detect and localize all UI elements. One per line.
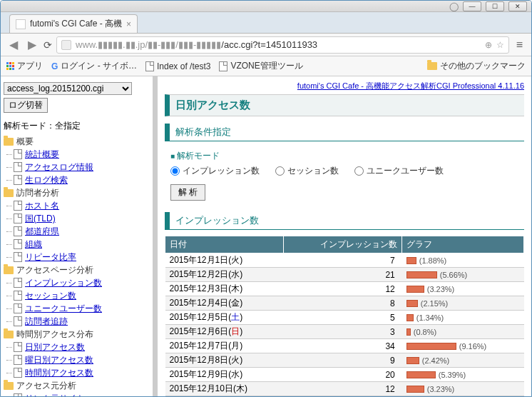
bar-icon xyxy=(406,386,424,393)
bookmark-index[interactable]: Index of /test3 xyxy=(145,61,210,71)
tree-group[interactable]: アクセスページ分析 xyxy=(4,263,150,276)
cell-date: 2015年12月8日(火) xyxy=(165,353,284,368)
main-panel: futomi's CGI Cafe - 高機能アクセス解析CGI Profess… xyxy=(158,76,531,397)
cell-count: 5 xyxy=(284,311,402,325)
cell-date: 2015年12月4日(金) xyxy=(165,296,284,311)
tab-close-icon[interactable]: × xyxy=(126,19,131,29)
analyze-button[interactable]: 解 析 xyxy=(170,184,205,201)
page-icon xyxy=(14,291,22,301)
tree-item-link[interactable]: リンク元サイト xyxy=(25,392,85,397)
bookmark-vzone[interactable]: VZONE管理ツール xyxy=(219,60,302,72)
reload-button[interactable]: ⟳ xyxy=(44,39,52,51)
tree-item-link[interactable]: ユニークユーザー数 xyxy=(25,302,102,315)
tree-item[interactable]: 日別アクセス数 xyxy=(4,341,150,353)
tab-title: futomi's CGI Cafe - 高機 xyxy=(30,18,122,30)
tree-item-link[interactable]: 生ログ検索 xyxy=(25,174,68,186)
tree-item-link[interactable]: 組織 xyxy=(25,238,42,251)
tree-item[interactable]: 都道府県 xyxy=(4,225,150,238)
maximize-button[interactable]: ☐ xyxy=(486,1,504,11)
radio-sessions-input[interactable] xyxy=(275,166,285,176)
tree-item[interactable]: アクセスログ情報 xyxy=(4,161,150,174)
radio-unique-input[interactable] xyxy=(354,166,364,176)
tree-item-link[interactable]: 訪問者追跡 xyxy=(25,315,68,328)
tree-group[interactable]: 訪問者分析 xyxy=(4,186,150,199)
tree-item-link[interactable]: ホスト名 xyxy=(25,199,59,212)
radio-label: インプレッション数 xyxy=(183,165,260,177)
page-icon xyxy=(14,342,22,352)
nav-tree: 概要統計概要アクセスログ情報生ログ検索訪問者分析ホスト名国(TLD)都道府県組織… xyxy=(4,135,150,397)
col-date: 日付 xyxy=(165,236,284,253)
radio-impressions-input[interactable] xyxy=(170,166,180,176)
cell-graph: (5.66%) xyxy=(402,268,524,282)
cell-date: 2015年12月3日(木) xyxy=(165,282,284,296)
page-icon xyxy=(14,239,22,249)
page-icon xyxy=(14,252,22,262)
cell-date: 2015年12月2日(水) xyxy=(165,268,284,282)
cell-pct: (1.88%) xyxy=(419,256,447,265)
user-avatar-icon[interactable]: ◯ xyxy=(449,1,459,11)
cell-graph: (0.8%) xyxy=(402,325,524,339)
browser-tab[interactable]: futomi's CGI Cafe - 高機 × xyxy=(9,14,138,33)
tree-item-link[interactable]: セッション数 xyxy=(25,289,76,302)
bookmark-login[interactable]: Gログイン - サイボ… xyxy=(51,60,137,72)
browser-toolbar: ◀ ▶ ⟳ www.▮▮▮▮▮.▮▮.jp/▮▮-▮▮▮/▮▮▮-▮▮▮▮▮/a… xyxy=(1,34,531,56)
cell-date: 2015年12月7日(月) xyxy=(165,339,284,353)
bookmark-label: Index of /test3 xyxy=(157,61,210,71)
radio-sessions[interactable]: セッション数 xyxy=(275,165,339,177)
tree-item-link[interactable]: リピータ比率 xyxy=(25,251,76,263)
apps-shortcut[interactable]: アプリ xyxy=(6,60,43,72)
tree-item[interactable]: ユニークユーザー数 xyxy=(4,302,150,315)
tree-item[interactable]: セッション数 xyxy=(4,289,150,302)
log-switch-button[interactable]: ログ切替 xyxy=(4,98,48,113)
reader-icon[interactable]: ⊕ xyxy=(485,40,492,50)
cell-graph: (2.15%) xyxy=(402,296,524,311)
tree-item[interactable]: リピータ比率 xyxy=(4,251,150,263)
page-title: 日別アクセス数 xyxy=(165,94,524,116)
tree-item-link[interactable]: インプレッション数 xyxy=(25,276,102,289)
tree-item-link[interactable]: 国(TLD) xyxy=(25,212,56,225)
folder-icon xyxy=(4,331,14,338)
address-bar[interactable]: www.▮▮▮▮▮.▮▮.jp/▮▮-▮▮▮/▮▮▮-▮▮▮▮▮/acc.cgi… xyxy=(56,36,509,54)
page-icon xyxy=(14,226,22,236)
tree-group[interactable]: 概要 xyxy=(4,135,150,148)
tree-item[interactable]: 生ログ検索 xyxy=(4,174,150,186)
cell-graph: (3.23%) xyxy=(402,282,524,296)
tree-item[interactable]: 時間別アクセス数 xyxy=(4,366,150,379)
tree-item[interactable]: 曜日別アクセス数 xyxy=(4,353,150,366)
tree-item-link[interactable]: 統計概要 xyxy=(25,148,59,161)
apps-grid-icon xyxy=(6,62,14,70)
cell-count: 3 xyxy=(284,325,402,339)
tree-item[interactable]: 国(TLD) xyxy=(4,212,150,225)
table-row: 2015年12月3日(木)12(3.23%) xyxy=(165,282,524,296)
tree-item[interactable]: インプレッション数 xyxy=(4,276,150,289)
page-icon xyxy=(14,368,22,378)
page-icon xyxy=(14,316,22,326)
tree-item[interactable]: 統計概要 xyxy=(4,148,150,161)
tree-item-link[interactable]: 日別アクセス数 xyxy=(25,341,85,353)
tree-item-link[interactable]: アクセスログ情報 xyxy=(25,161,93,174)
bookmark-star-icon[interactable]: ☆ xyxy=(496,40,504,50)
tree-item[interactable]: ホスト名 xyxy=(4,199,150,212)
tree-item[interactable]: 訪問者追跡 xyxy=(4,315,150,328)
chrome-menu-button[interactable]: ≡ xyxy=(513,39,526,51)
page-icon xyxy=(14,175,22,185)
tree-item[interactable]: 組織 xyxy=(4,238,150,251)
tree-item-link[interactable]: 時間別アクセス数 xyxy=(25,366,93,379)
page-icon xyxy=(14,213,22,223)
credit-link[interactable]: futomi's CGI Cafe - 高機能アクセス解析CGI Profess… xyxy=(297,81,524,90)
close-window-button[interactable]: ✕ xyxy=(508,1,527,11)
forward-button[interactable]: ▶ xyxy=(25,38,39,51)
minimize-button[interactable]: — xyxy=(463,1,481,11)
tree-item[interactable]: リンク元サイト xyxy=(4,392,150,397)
tree-item-link[interactable]: 曜日別アクセス数 xyxy=(25,353,93,366)
tree-group-label: 時間別アクセス分布 xyxy=(16,328,93,341)
radio-impressions[interactable]: インプレッション数 xyxy=(170,165,260,177)
back-button[interactable]: ◀ xyxy=(6,38,21,51)
other-bookmarks[interactable]: その他のブックマーク xyxy=(427,60,526,72)
tree-group[interactable]: 時間別アクセス分布 xyxy=(4,328,150,341)
tree-group[interactable]: アクセス元分析 xyxy=(4,379,150,392)
radio-unique[interactable]: ユニークユーザー数 xyxy=(354,165,444,177)
log-file-select[interactable]: access_log.20151200.cgi xyxy=(4,82,132,95)
tree-item-link[interactable]: 都道府県 xyxy=(25,225,59,238)
site-info-icon[interactable] xyxy=(61,40,71,50)
